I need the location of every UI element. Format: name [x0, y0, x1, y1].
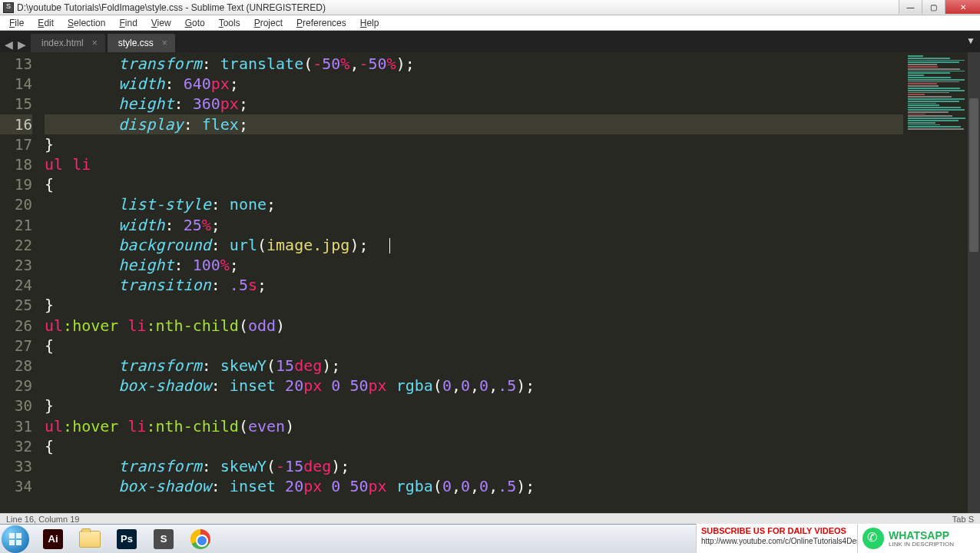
minimap-line [908, 85, 939, 87]
scrollbar-thumb[interactable] [969, 98, 978, 252]
minimap-line [908, 107, 961, 108]
code-line[interactable]: { [45, 436, 903, 456]
code-line[interactable]: { [45, 336, 903, 356]
code-line[interactable]: transform: skewY(15deg); [45, 356, 903, 376]
text-cursor [389, 238, 390, 253]
line-number[interactable]: 25 [0, 295, 32, 315]
tab-strip: ◀ ▶ index.html×style.css× ▼ [0, 31, 980, 52]
tab-close-icon[interactable]: × [92, 38, 98, 48]
line-number[interactable]: 16 [0, 114, 32, 134]
menu-preferences[interactable]: Preferences [290, 16, 353, 30]
minimap-line [908, 58, 950, 59]
line-number[interactable]: 32 [0, 436, 32, 456]
window-title-bar: D:\youtube Tutorials\FoldImage\style.css… [0, 0, 980, 15]
code-line[interactable]: transition: .5s; [45, 275, 903, 295]
line-number[interactable]: 34 [0, 476, 32, 496]
tab-nav-arrows[interactable]: ◀ ▶ [0, 38, 31, 52]
taskbar-chrome[interactable] [183, 526, 218, 552]
code-line[interactable]: ul li [45, 154, 903, 174]
code-line[interactable]: transform: translate(-50%,-50%); [45, 54, 903, 74]
line-number[interactable]: 14 [0, 74, 32, 94]
vertical-scrollbar[interactable] [968, 52, 980, 513]
minimap-line [908, 114, 925, 115]
minimize-button[interactable]: — [899, 0, 922, 14]
code-line[interactable]: box-shadow: inset 20px 0 50px rgba(0,0,0… [45, 476, 903, 496]
minimap-line [908, 77, 951, 78]
minimap-line [908, 109, 965, 111]
taskbar-photoshop[interactable]: Ps [109, 526, 144, 552]
status-tab-info: Tab S [952, 515, 974, 524]
minimap-line [908, 115, 952, 117]
minimap-line [908, 103, 936, 104]
minimap-line [908, 118, 965, 119]
tab-index-html[interactable]: index.html× [31, 34, 105, 52]
minimap-line [908, 81, 959, 83]
line-number[interactable]: 28 [0, 356, 32, 376]
menu-tools[interactable]: Tools [213, 16, 247, 30]
line-number[interactable]: 26 [0, 316, 32, 336]
code-line[interactable]: list-style: none; [45, 194, 903, 214]
code-line[interactable]: ul:hover li:nth-child(even) [45, 416, 903, 436]
line-number[interactable]: 20 [0, 194, 32, 214]
line-number[interactable]: 21 [0, 215, 32, 235]
minimap-line [908, 126, 961, 127]
code-line[interactable]: width: 640px; [45, 74, 903, 94]
line-number[interactable]: 15 [0, 94, 32, 114]
line-number[interactable]: 13 [0, 54, 32, 74]
line-number[interactable]: 30 [0, 396, 32, 416]
line-number[interactable]: 18 [0, 154, 32, 174]
taskbar-sublime[interactable]: S [146, 526, 181, 552]
line-number-gutter[interactable]: 1314151617181920212223242526272829303132… [0, 52, 40, 513]
line-number[interactable]: 19 [0, 174, 32, 194]
line-number[interactable]: 29 [0, 376, 32, 396]
code-line[interactable]: ul:hover li:nth-child(odd) [45, 316, 903, 336]
tab-close-icon[interactable]: × [162, 38, 167, 48]
status-cursor-pos: Line 16, Column 19 [6, 515, 79, 524]
line-number[interactable]: 24 [0, 275, 32, 295]
code-line[interactable]: width: 25%; [45, 215, 903, 235]
app-icon [3, 2, 14, 13]
minimap-line [908, 98, 965, 100]
code-editor[interactable]: transform: translate(-50%,-50%); width: … [40, 52, 903, 513]
minimap-line [908, 79, 965, 81]
line-number[interactable]: 17 [0, 134, 32, 154]
menu-view[interactable]: View [145, 16, 177, 30]
menu-goto[interactable]: Goto [179, 16, 211, 30]
nav-forward-icon[interactable]: ▶ [18, 38, 26, 51]
code-line[interactable]: { [45, 174, 903, 194]
maximize-button[interactable]: ▢ [922, 0, 945, 14]
code-line[interactable]: } [45, 396, 903, 416]
line-number[interactable]: 23 [0, 255, 32, 275]
code-line[interactable]: height: 100%; [45, 255, 903, 275]
code-line[interactable]: background: url(image.jpg); [45, 235, 903, 255]
line-number[interactable]: 27 [0, 336, 32, 356]
code-line[interactable]: } [45, 295, 903, 315]
code-line[interactable]: transform: skewY(-15deg); [45, 456, 903, 476]
line-number[interactable]: 33 [0, 456, 32, 476]
minimap-line [908, 128, 964, 130]
code-line[interactable]: } [45, 134, 903, 154]
menu-edit[interactable]: Edit [31, 16, 60, 30]
menu-project[interactable]: Project [248, 16, 289, 30]
tab-menu-dropdown-icon[interactable]: ▼ [966, 35, 975, 46]
close-button[interactable]: ✕ [945, 0, 980, 14]
menu-help[interactable]: Help [354, 16, 386, 30]
code-line[interactable]: box-shadow: inset 20px 0 50px rgba(0,0,0… [45, 376, 903, 396]
menu-find[interactable]: Find [113, 16, 143, 30]
nav-back-icon[interactable]: ◀ [5, 38, 13, 51]
code-line[interactable]: height: 360px; [45, 94, 903, 114]
tab-style-css[interactable]: style.css× [108, 34, 175, 52]
window-controls: — ▢ ✕ [899, 0, 980, 14]
menu-selection[interactable]: Selection [61, 16, 111, 30]
menu-file[interactable]: File [3, 16, 30, 30]
menu-bar: FileEditSelectionFindViewGotoToolsProjec… [0, 15, 980, 31]
subscribe-banner: SUBSCRIBE US FOR DAILY VIDEOS http://www… [696, 524, 857, 553]
whatsapp-icon [862, 528, 884, 549]
minimap-line [908, 75, 924, 76]
line-number[interactable]: 31 [0, 416, 32, 436]
taskbar-illustrator[interactable]: Ai [35, 526, 71, 552]
taskbar-explorer[interactable] [72, 526, 108, 552]
code-line[interactable]: display: flex; [45, 114, 903, 134]
line-number[interactable]: 22 [0, 235, 32, 255]
start-button[interactable] [2, 525, 29, 553]
